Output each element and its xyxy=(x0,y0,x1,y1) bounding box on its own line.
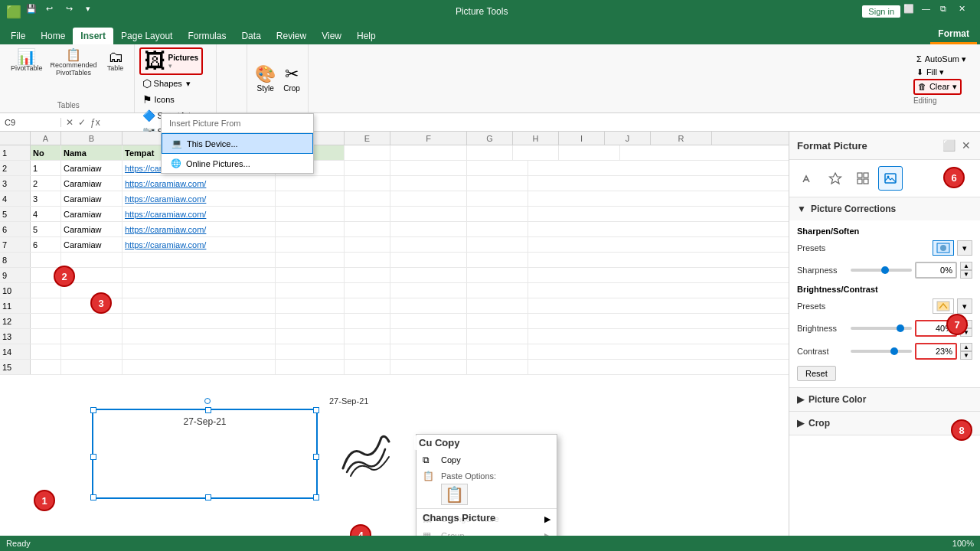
paste-icon-btn[interactable]: 📋 xyxy=(441,484,468,505)
cell-c5[interactable]: https://caramiaw.com/ xyxy=(122,207,276,221)
tab-format[interactable]: Format xyxy=(930,25,977,44)
sharpness-slider[interactable] xyxy=(851,269,912,272)
cell-f6[interactable] xyxy=(390,222,467,236)
cell-e5[interactable] xyxy=(345,207,390,221)
col-header-r[interactable]: R xyxy=(651,132,712,145)
this-device-option[interactable]: 💻 This Device... xyxy=(162,133,313,154)
cell-g1[interactable] xyxy=(467,145,513,160)
preset-icon-1[interactable] xyxy=(933,240,954,256)
customize-quick-access[interactable]: ▾ xyxy=(86,4,101,19)
ctx-cut[interactable]: ✂ Cut xyxy=(416,435,557,452)
cell-r2[interactable] xyxy=(467,161,528,175)
pictures-btn[interactable]: 🖼 Pictures ▾ xyxy=(139,47,203,75)
name-box[interactable]: C9 xyxy=(0,118,61,127)
insert-function-btn[interactable]: ƒx xyxy=(89,117,102,128)
fp-close-btn[interactable]: ✕ xyxy=(960,138,972,153)
cell-a3[interactable]: 2 xyxy=(31,176,61,191)
minimize-btn[interactable]: — xyxy=(922,4,937,19)
resize-handle-tc[interactable] xyxy=(205,407,211,413)
resize-handle-bl[interactable] xyxy=(90,494,96,500)
picture-in-spreadsheet[interactable]: 27-Sep-21 xyxy=(92,409,318,499)
resize-handle-bc[interactable] xyxy=(205,494,211,500)
quick-save-btn[interactable]: 💾 xyxy=(26,4,41,19)
cell-a4[interactable]: 3 xyxy=(31,191,61,206)
tab-data[interactable]: Data xyxy=(234,28,268,44)
contrast-spin-up[interactable]: ▲ xyxy=(960,343,972,351)
crop-btn[interactable]: ✂ Crop xyxy=(283,64,300,93)
brightness-spin-up[interactable]: ▲ xyxy=(960,320,972,328)
cell-r4[interactable] xyxy=(467,191,528,206)
cell-e7[interactable] xyxy=(345,237,390,252)
icons-btn[interactable]: ⚑ Icons xyxy=(139,92,178,107)
cell-e3[interactable] xyxy=(345,176,390,191)
sign-in-button[interactable]: Sign in xyxy=(862,5,900,18)
sharpness-spin-up[interactable]: ▲ xyxy=(960,262,972,270)
cell-f7[interactable] xyxy=(390,237,467,252)
contrast-slider[interactable] xyxy=(851,350,912,353)
cell-r5[interactable] xyxy=(467,207,528,221)
pivot-table-btn[interactable]: 📊 PivotTable xyxy=(8,47,46,73)
sharpness-spin-down[interactable]: ▼ xyxy=(960,270,972,279)
resize-handle-mr[interactable] xyxy=(313,454,319,460)
tab-file[interactable]: File xyxy=(3,28,33,44)
fp-tab-shape[interactable] xyxy=(823,166,848,191)
brightness-spin-down[interactable]: ▼ xyxy=(960,328,972,337)
resize-handle-ml[interactable] xyxy=(90,454,96,460)
cell-d7[interactable] xyxy=(276,237,345,252)
brightness-slider[interactable] xyxy=(851,327,912,330)
fp-tab-fill[interactable] xyxy=(795,166,820,191)
autosum-btn[interactable]: Σ AutoSum ▾ xyxy=(913,53,969,66)
cell-d3[interactable] xyxy=(276,176,345,191)
col-header-h[interactable]: H xyxy=(513,132,559,145)
cell-c3[interactable]: https://caramiaw.com/ xyxy=(122,176,276,191)
tab-page-layout[interactable]: Page Layout xyxy=(113,28,180,44)
col-header-g[interactable]: G xyxy=(467,132,513,145)
preset-dropdown-2[interactable]: ▾ xyxy=(957,298,972,314)
cell-r6[interactable] xyxy=(467,222,528,236)
col-header-f[interactable]: F xyxy=(390,132,467,145)
fp-color-header[interactable]: ▶ Picture Color xyxy=(789,388,980,411)
style-btn[interactable]: 🎨 Style xyxy=(255,64,276,93)
resize-handle-tr[interactable] xyxy=(313,407,319,413)
cell-a6[interactable]: 5 xyxy=(31,222,61,236)
cell-c4[interactable]: https://caramiaw.com/ xyxy=(122,191,276,206)
preset-dropdown-1[interactable]: ▾ xyxy=(957,240,972,256)
cell-e1[interactable] xyxy=(345,145,390,160)
preset-icon-2[interactable] xyxy=(933,298,954,314)
ribbon-display-btn[interactable]: ⬜ xyxy=(903,4,919,19)
col-header-j[interactable]: J xyxy=(605,132,651,145)
cell-f3[interactable] xyxy=(390,176,467,191)
fill-btn[interactable]: ⬇ Fill ▾ xyxy=(913,66,947,79)
tab-insert[interactable]: Insert xyxy=(73,28,113,44)
col-header-i[interactable]: I xyxy=(559,132,605,145)
tab-view[interactable]: View xyxy=(314,28,349,44)
resize-handle-br[interactable] xyxy=(313,494,319,500)
tab-home[interactable]: Home xyxy=(33,28,73,44)
cell-b6[interactable]: Caramiaw xyxy=(61,222,122,236)
cell-a7[interactable]: 6 xyxy=(31,237,61,252)
cell-b4[interactable]: Caramiaw xyxy=(61,191,122,206)
cell-c6[interactable]: https://caramiaw.com/ xyxy=(122,222,276,236)
contrast-spin-down[interactable]: ▼ xyxy=(960,351,972,360)
cell-f1[interactable] xyxy=(390,145,467,160)
ctx-copy[interactable]: ⧉ Copy xyxy=(416,452,557,468)
sharpness-slider-thumb[interactable] xyxy=(881,266,889,274)
cell-b3[interactable]: Caramiaw xyxy=(61,176,122,191)
cell-r3[interactable] xyxy=(467,176,528,191)
cell-f5[interactable] xyxy=(390,207,467,221)
contrast-slider-thumb[interactable] xyxy=(890,347,898,355)
sharpness-input[interactable]: 0% xyxy=(915,262,957,279)
tab-formulas[interactable]: Formulas xyxy=(180,28,234,44)
cell-d6[interactable] xyxy=(276,222,345,236)
cell-r7[interactable] xyxy=(467,237,528,252)
maximize-btn[interactable]: ⧉ xyxy=(940,4,956,19)
tab-review[interactable]: Review xyxy=(269,28,314,44)
cell-h1[interactable] xyxy=(513,145,559,160)
cell-f2[interactable] xyxy=(390,161,467,175)
fp-tab-picture[interactable] xyxy=(878,166,903,191)
brightness-slider-thumb[interactable] xyxy=(897,324,904,332)
ctx-change-picture[interactable]: 🖼 Change Picture ▶ xyxy=(416,510,557,527)
cell-b2[interactable]: Caramiaw xyxy=(61,161,122,175)
col-header-e[interactable]: E xyxy=(345,132,390,145)
contrast-input[interactable] xyxy=(915,343,957,360)
